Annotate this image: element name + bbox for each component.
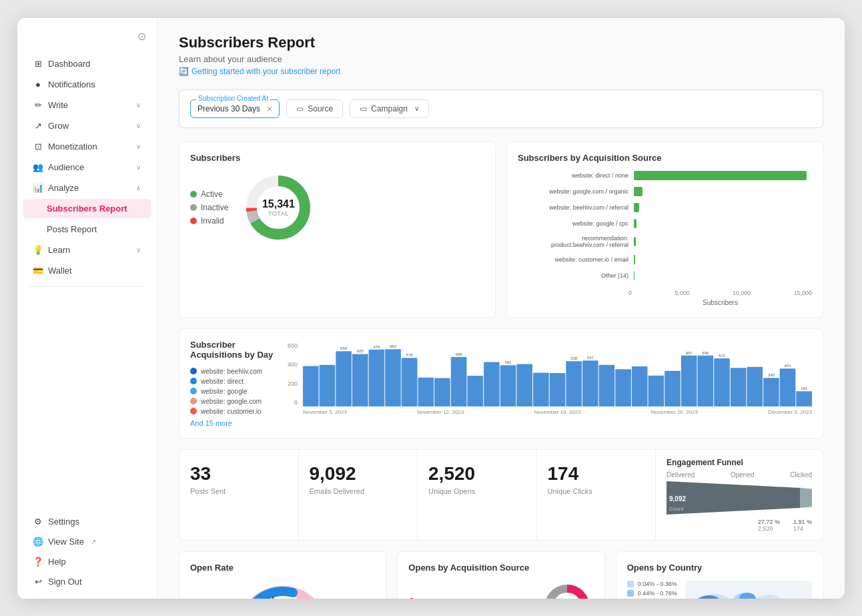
legend-google: website: google bbox=[190, 388, 277, 395]
svg-rect-36 bbox=[681, 355, 697, 406]
acquisition-chart: website: direct / none website: google.c… bbox=[518, 171, 812, 306]
svg-rect-46 bbox=[780, 368, 796, 406]
acq-label: Other (14) bbox=[528, 272, 628, 279]
filter-icon: ▭ bbox=[296, 104, 304, 113]
gauge-wrapper: 38.84% bbox=[236, 581, 330, 599]
sidebar: ⊙ ⊞ Dashboard ● Notifications ✏ Write ∨ … bbox=[17, 18, 157, 599]
unique-clicks-value: 174 bbox=[548, 463, 579, 485]
sidebar-logo: ⊙ bbox=[17, 25, 157, 53]
x-axis-label: Subscribers bbox=[528, 299, 812, 306]
legend-inactive: Inactive bbox=[190, 203, 228, 212]
help-link[interactable]: 🔄 Getting started with your subscriber r… bbox=[179, 67, 823, 76]
pink-dot bbox=[408, 598, 415, 599]
open-count: 2,520 bbox=[758, 525, 780, 532]
close-icon[interactable]: × bbox=[267, 103, 272, 114]
svg-text:678: 678 bbox=[373, 344, 380, 348]
bar-chart-layout: Subscriber Acquisitions by Day website: … bbox=[190, 340, 812, 427]
sidebar-item-audience[interactable]: 👥 Audience ∨ bbox=[23, 158, 151, 177]
donut-center: 15,341 TOTAL bbox=[262, 198, 295, 217]
sidebar-item-label: Wallet bbox=[48, 266, 72, 276]
sidebar-item-label: Help bbox=[48, 557, 66, 567]
sidebar-item-wallet[interactable]: 💳 Wallet bbox=[23, 261, 151, 280]
sidebar-item-grow[interactable]: ↗ Grow ∨ bbox=[23, 116, 151, 135]
opens-by-country-title: Opens by Country bbox=[627, 563, 812, 573]
sidebar-item-label: Analyze bbox=[48, 183, 79, 193]
svg-rect-20 bbox=[467, 376, 483, 406]
sign-out-icon: ↩ bbox=[33, 577, 43, 586]
acq-bar bbox=[634, 271, 634, 280]
dot bbox=[190, 408, 197, 414]
country-content: 0.04% - 0.36% 0.44% - 0.76% 1.13% - 1.85… bbox=[627, 581, 812, 599]
sidebar-item-label: Notifications bbox=[48, 79, 95, 89]
svg-rect-6 bbox=[336, 351, 352, 406]
acq-bar bbox=[634, 187, 642, 196]
acq-label: website: customer.io / email bbox=[528, 256, 628, 263]
svg-rect-44 bbox=[763, 378, 779, 406]
bar-chart-title: Subscriber Acquisitions by Day bbox=[190, 340, 277, 360]
svg-text:547: 547 bbox=[587, 356, 594, 360]
acq-bar-wrap bbox=[634, 255, 812, 264]
acq-bar-wrap bbox=[634, 187, 812, 196]
acquisitions-by-day-card: Subscriber Acquisitions by Day website: … bbox=[179, 328, 823, 438]
sidebar-item-write[interactable]: ✏ Write ∨ bbox=[23, 95, 151, 115]
stats-row: 33 Posts Sent 9,092 Emails Delivered 2,5… bbox=[179, 449, 823, 541]
acq-row: Other (14) bbox=[528, 271, 812, 280]
chevron-down-icon: ∨ bbox=[136, 101, 141, 109]
svg-rect-27 bbox=[566, 361, 582, 406]
map-svg bbox=[685, 581, 812, 599]
sidebar-item-view-site[interactable]: 🌐 View Site ↗ bbox=[23, 532, 151, 551]
svg-text:181: 181 bbox=[801, 386, 808, 390]
total-subscribers: 15,341 bbox=[262, 198, 295, 210]
write-icon: ✏ bbox=[33, 100, 43, 109]
svg-rect-4 bbox=[303, 366, 319, 406]
chevron-down-icon: ∨ bbox=[136, 143, 141, 150]
svg-rect-21 bbox=[484, 362, 500, 406]
acq-bar-wrap bbox=[634, 171, 812, 180]
acq-bar bbox=[634, 237, 636, 246]
svg-text:572: 572 bbox=[719, 354, 726, 358]
sidebar-item-notifications[interactable]: ● Notifications bbox=[23, 75, 151, 94]
chevron-down-icon: ∨ bbox=[136, 164, 141, 171]
donut-chart: 15,341 TOTAL bbox=[242, 171, 315, 244]
color-dot bbox=[627, 590, 634, 597]
acq-bar-wrap bbox=[634, 271, 812, 280]
svg-rect-24 bbox=[516, 364, 532, 406]
sidebar-item-label: Sign Out bbox=[48, 577, 82, 587]
svg-rect-48 bbox=[796, 391, 812, 406]
campaign-filter-button[interactable]: ▭ Campaign ∨ bbox=[350, 99, 429, 118]
sidebar-item-posts-report[interactable]: Posts Report bbox=[23, 220, 151, 239]
legend-beehiiv: website: beehiiv.com bbox=[190, 368, 277, 375]
audience-icon: 👥 bbox=[33, 162, 43, 172]
sidebar-item-learn[interactable]: 💡 Learn ∨ bbox=[23, 240, 151, 260]
open-rate-title: Open Rate bbox=[190, 563, 375, 573]
opens-by-source-title: Opens by Acquisition Source bbox=[408, 563, 593, 573]
sidebar-item-help[interactable]: ❓ Help bbox=[23, 552, 151, 571]
svg-marker-50 bbox=[667, 481, 800, 515]
acq-label: website: google.com / organic bbox=[528, 188, 628, 195]
sidebar-item-settings[interactable]: ⚙ Settings bbox=[23, 512, 151, 531]
chevron-up-icon: ∧ bbox=[136, 184, 141, 192]
source-filter-button[interactable]: ▭ Source bbox=[286, 99, 343, 118]
sidebar-item-monetization[interactable]: ⊡ Monetization ∨ bbox=[23, 137, 151, 156]
svg-rect-35 bbox=[665, 370, 681, 406]
sidebar-item-dashboard[interactable]: ⊞ Dashboard bbox=[23, 54, 151, 73]
gauge-svg bbox=[236, 581, 330, 599]
date-filter-tag[interactable]: Subscription Created At Previous 30 Days… bbox=[190, 99, 280, 118]
sidebar-item-analyze[interactable]: 📊 Analyze ∧ bbox=[23, 178, 151, 198]
sidebar-item-subscribers-report[interactable]: Subscribers Report bbox=[23, 199, 151, 218]
legend-invalid: Invalid bbox=[190, 216, 228, 226]
main-content: Subscribers Report Learn about your audi… bbox=[157, 18, 845, 599]
dot bbox=[190, 378, 197, 384]
emails-delivered-value: 9,092 bbox=[310, 463, 356, 485]
svg-rect-18 bbox=[451, 356, 467, 406]
info-icon: 🔄 bbox=[179, 67, 189, 76]
svg-rect-25 bbox=[533, 372, 549, 406]
click-rate-value: 1.91 % bbox=[793, 519, 812, 525]
opens-by-source-card: Opens by Acquisition Source website: dir… bbox=[397, 551, 604, 599]
legend-google-com: website: google.com bbox=[190, 398, 277, 405]
acq-label: website: google / cpc bbox=[528, 220, 628, 227]
and-more-link[interactable]: And 15 more bbox=[190, 419, 277, 427]
sidebar-item-sign-out[interactable]: ↩ Sign Out bbox=[23, 572, 151, 591]
gauge-container: 38.84% bbox=[190, 581, 375, 599]
wallet-icon: 💳 bbox=[33, 266, 43, 275]
